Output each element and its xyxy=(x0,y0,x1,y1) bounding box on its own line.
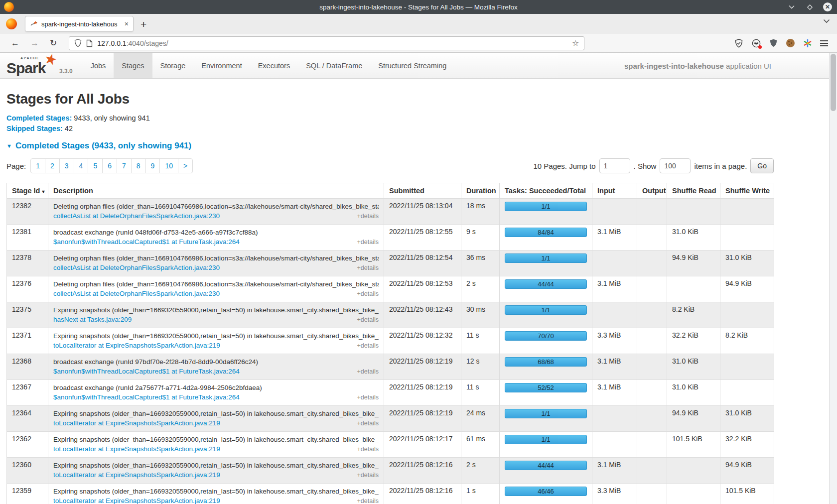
table-row: 12382 Deleting orphan files (older_than=… xyxy=(7,199,774,225)
browser-tab[interactable]: spark-ingest-into-lakehous × xyxy=(25,16,134,32)
header-duration[interactable]: Duration xyxy=(461,183,500,199)
header-stage-id[interactable]: Stage Id▾ xyxy=(7,183,48,199)
page-button-4[interactable]: 4 xyxy=(74,158,89,173)
details-toggle[interactable]: +details xyxy=(357,445,379,454)
details-toggle[interactable]: +details xyxy=(357,238,379,247)
page-scrollbar[interactable] xyxy=(829,53,837,504)
completed-stages-section-toggle[interactable]: ▼ Completed Stages (9433, only showing 9… xyxy=(6,141,837,151)
duration-cell: 11 s xyxy=(461,380,500,406)
details-toggle[interactable]: +details xyxy=(357,341,379,351)
stage-description: Expiring snapshots (older_than=166932055… xyxy=(53,331,379,341)
scrollbar-thumb[interactable] xyxy=(831,54,836,111)
header-tasks[interactable]: Tasks: Succeeded/Total xyxy=(500,183,592,199)
details-toggle[interactable]: +details xyxy=(357,289,379,299)
stage-description: broadcast exchange (runId 2a75677f-a771-… xyxy=(53,383,379,392)
tasks-progress-bar: 1/1 xyxy=(505,305,587,315)
submitted-cell: 2022/11/25 08:12:16 xyxy=(384,484,461,504)
application-name: spark-ingest-into-lakehouse xyxy=(624,61,724,70)
stage-callsite-link[interactable]: collectAsList at DeleteOrphanFilesSparkA… xyxy=(53,263,220,272)
back-button[interactable]: ← xyxy=(11,39,19,47)
ublock-shield-icon[interactable] xyxy=(769,38,778,48)
header-description[interactable]: Description xyxy=(48,183,384,199)
page-button-7[interactable]: 7 xyxy=(117,158,132,173)
stage-callsite-link[interactable]: toLocalIterator at ExpireSnapshotsSparkA… xyxy=(53,470,220,480)
firefox-icon xyxy=(6,18,17,29)
nav-tab-executors[interactable]: Executors xyxy=(250,53,298,78)
close-button[interactable]: ✕ xyxy=(823,2,832,11)
minimize-button[interactable] xyxy=(787,2,796,11)
duration-cell: 24 ms xyxy=(461,406,500,432)
page-button-2[interactable]: 2 xyxy=(45,158,60,173)
stage-callsite-link[interactable]: toLocalIterator at ExpireSnapshotsSparkA… xyxy=(53,444,220,454)
shield-check-icon[interactable] xyxy=(734,38,743,48)
page-button-5[interactable]: 5 xyxy=(88,158,103,173)
tab-close-icon[interactable]: × xyxy=(125,20,129,28)
page-button-10[interactable]: 10 xyxy=(159,158,178,173)
details-toggle[interactable]: +details xyxy=(357,393,379,402)
description-cell: broadcast exchange (runId 048fd06f-d753-… xyxy=(48,225,384,251)
header-input[interactable]: Input xyxy=(592,183,637,199)
nav-tab-storage[interactable]: Storage xyxy=(152,53,194,78)
stage-callsite-link[interactable]: toLocalIterator at ExpireSnapshotsSparkA… xyxy=(53,418,220,428)
items-per-page-input[interactable] xyxy=(660,158,691,173)
stage-callsite-link[interactable]: collectAsList at DeleteOrphanFilesSparkA… xyxy=(53,211,220,221)
nav-tab-structured-streaming[interactable]: Structured Streaming xyxy=(370,53,454,78)
nav-tab-stages[interactable]: Stages xyxy=(114,53,152,78)
details-toggle[interactable]: +details xyxy=(357,367,379,377)
menu-icon[interactable] xyxy=(820,40,828,46)
input-cell xyxy=(592,199,637,225)
reload-button[interactable]: ↻ xyxy=(50,39,57,47)
multicolor-asterisk-icon[interactable] xyxy=(803,38,812,48)
cookie-icon[interactable] xyxy=(786,39,795,47)
tasks-cell: 52/52 xyxy=(500,380,592,406)
details-toggle[interactable]: +details xyxy=(357,212,379,221)
details-toggle[interactable]: +details xyxy=(357,471,379,480)
details-toggle[interactable]: +details xyxy=(357,263,379,273)
header-submitted[interactable]: Submitted xyxy=(384,183,461,199)
spark-star-icon: ★ xyxy=(43,51,59,68)
forward-button[interactable]: → xyxy=(30,39,39,47)
jump-to-page-input[interactable] xyxy=(599,158,630,173)
shuffle-read-cell xyxy=(667,484,720,504)
page-info-icon[interactable] xyxy=(86,39,93,47)
page-button-8[interactable]: 8 xyxy=(131,158,146,173)
stage-callsite-link[interactable]: toLocalIterator at ExpireSnapshotsSparkA… xyxy=(53,496,220,504)
maximize-button[interactable] xyxy=(805,2,814,11)
shield-permissions-icon[interactable] xyxy=(74,39,82,47)
privacy-mask-icon[interactable] xyxy=(751,38,761,48)
header-shuffle-write[interactable]: Shuffle Write xyxy=(720,183,774,199)
stage-callsite-link[interactable]: $anonfun$withThreadLocalCaptured$1 at Fu… xyxy=(53,392,240,402)
page-button-6[interactable]: 6 xyxy=(102,158,117,173)
page-button-3[interactable]: 3 xyxy=(59,158,74,173)
list-tabs-chevron-icon[interactable] xyxy=(823,19,830,23)
next-page-button[interactable]: > xyxy=(178,158,193,173)
stage-id-cell: 12368 xyxy=(7,354,48,380)
spark-logo[interactable]: APACHE Spark ★ xyxy=(6,55,54,78)
header-shuffle-read[interactable]: Shuffle Read xyxy=(667,183,720,199)
nav-tab-environment[interactable]: Environment xyxy=(193,53,250,78)
stage-callsite-link[interactable]: $anonfun$withThreadLocalCaptured$1 at Fu… xyxy=(53,237,240,247)
shuffle-write-cell: 101.5 KiB xyxy=(720,484,774,504)
page-button-1[interactable]: 1 xyxy=(30,158,45,173)
stage-callsite-link[interactable]: toLocalIterator at ExpireSnapshotsSparkA… xyxy=(53,341,220,350)
duration-cell: 30 ms xyxy=(461,302,500,328)
details-toggle[interactable]: +details xyxy=(357,315,379,325)
description-cell: Expiring snapshots (older_than=166932055… xyxy=(48,484,384,504)
go-button[interactable]: Go xyxy=(750,158,774,173)
new-tab-button[interactable]: + xyxy=(140,19,146,29)
nav-tab-jobs[interactable]: Jobs xyxy=(83,53,114,78)
stage-callsite-link[interactable]: $anonfun$withThreadLocalCaptured$1 at Fu… xyxy=(53,367,240,376)
url-text[interactable]: 127.0.0.1:4040/stages/ xyxy=(97,39,567,47)
tasks-progress-bar: 84/84 xyxy=(505,228,587,237)
stage-callsite-link[interactable]: collectAsList at DeleteOrphanFilesSparkA… xyxy=(53,289,220,298)
details-toggle[interactable]: +details xyxy=(357,419,379,428)
details-toggle[interactable]: +details xyxy=(357,497,379,504)
bookmark-star-icon[interactable]: ☆ xyxy=(572,38,579,48)
nav-tab-sql-dataframe[interactable]: SQL / DataFrame xyxy=(298,53,370,78)
shuffle-read-cell: 94.9 KiB xyxy=(667,406,720,432)
stage-callsite-link[interactable]: hasNext at Tasks.java:209 xyxy=(53,315,132,324)
url-bar[interactable]: 127.0.0.1:4040/stages/ ☆ xyxy=(69,36,584,50)
page-button-9[interactable]: 9 xyxy=(145,158,160,173)
shuffle-read-cell: 32.2 KiB xyxy=(667,328,720,354)
header-output[interactable]: Output xyxy=(637,183,667,199)
